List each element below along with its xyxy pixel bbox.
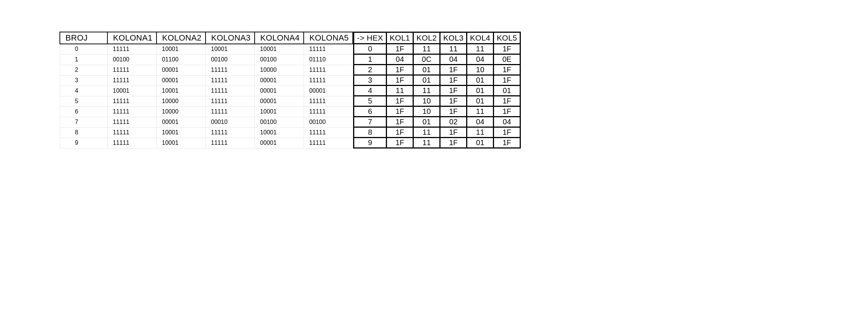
binary-header-kolona5: KOLONA5 bbox=[304, 32, 353, 44]
table-row: 2 11111 00001 11111 10000 11111 bbox=[60, 65, 353, 75]
table-row: 0 11111 10001 10001 10001 11111 bbox=[60, 44, 353, 54]
binary-header-row: BROJ KOLONA1 KOLONA2 KOLONA3 KOLONA4 KOL… bbox=[60, 32, 353, 44]
binary-table: BROJ KOLONA1 KOLONA2 KOLONA3 KOLONA4 KOL… bbox=[59, 32, 353, 149]
cell-hex: 8 bbox=[354, 127, 387, 138]
cell-kol2: 0C bbox=[413, 54, 440, 65]
table-row: 2 1F 01 1F 10 1F bbox=[354, 65, 520, 75]
cell-hex: 0 bbox=[354, 44, 387, 54]
cell-kol1: 1F bbox=[387, 44, 413, 54]
cell-broj: 6 bbox=[60, 106, 107, 117]
table-row: 9 11111 10001 11111 00001 11111 bbox=[60, 138, 353, 148]
cell-kol5: 1F bbox=[494, 138, 520, 148]
cell-kol3: 11111 bbox=[206, 75, 255, 86]
cell-kol5: 11111 bbox=[304, 44, 353, 54]
cell-kol2: 10 bbox=[413, 96, 440, 106]
cell-kol1: 11111 bbox=[107, 138, 157, 148]
cell-kol5: 01110 bbox=[304, 54, 353, 65]
cell-kol3: 00010 bbox=[206, 117, 255, 127]
cell-kol1: 11111 bbox=[107, 44, 157, 54]
cell-kol4: 01 bbox=[467, 86, 494, 96]
cell-broj: 5 bbox=[60, 96, 107, 106]
cell-kol1: 11111 bbox=[107, 127, 157, 138]
hex-header-kol1: KOL1 bbox=[387, 32, 413, 44]
cell-kol3: 11111 bbox=[206, 96, 255, 106]
cell-broj: 4 bbox=[60, 86, 107, 96]
cell-kol2: 11 bbox=[413, 86, 440, 96]
cell-kol3: 1F bbox=[440, 75, 467, 86]
binary-header-kolona3: KOLONA3 bbox=[206, 32, 255, 44]
cell-kol1: 11111 bbox=[107, 106, 157, 117]
cell-kol2: 10001 bbox=[157, 44, 206, 54]
cell-kol2: 01 bbox=[413, 65, 440, 75]
cell-kol4: 11 bbox=[467, 44, 494, 54]
cell-kol1: 11111 bbox=[107, 96, 157, 106]
cell-kol2: 00001 bbox=[157, 117, 206, 127]
cell-kol4: 04 bbox=[467, 54, 494, 65]
cell-kol3: 02 bbox=[440, 117, 467, 127]
cell-kol2: 10001 bbox=[157, 138, 206, 148]
table-row: 3 1F 01 1F 01 1F bbox=[354, 75, 520, 86]
cell-kol1: 11111 bbox=[107, 117, 157, 127]
cell-kol2: 11 bbox=[413, 138, 440, 148]
cell-kol4: 11 bbox=[467, 127, 494, 138]
cell-hex: 3 bbox=[354, 75, 387, 86]
cell-kol5: 11111 bbox=[304, 127, 353, 138]
table-row: 5 11111 10000 11111 00001 11111 bbox=[60, 96, 353, 106]
cell-broj: 0 bbox=[60, 44, 107, 54]
table-row: 1 04 0C 04 04 0E bbox=[354, 54, 520, 65]
cell-kol5: 00100 bbox=[304, 117, 353, 127]
table-row: 0 1F 11 11 11 1F bbox=[354, 44, 520, 54]
cell-kol1: 1F bbox=[387, 65, 413, 75]
cell-kol4: 00100 bbox=[255, 54, 304, 65]
cell-kol4: 00100 bbox=[255, 117, 304, 127]
table-row: 8 11111 10001 11111 10001 11111 bbox=[60, 127, 353, 138]
cell-hex: 4 bbox=[354, 86, 387, 96]
cell-hex: 7 bbox=[354, 117, 387, 127]
cell-kol3: 1F bbox=[440, 65, 467, 75]
cell-kol5: 04 bbox=[494, 117, 520, 127]
cell-kol2: 11 bbox=[413, 44, 440, 54]
cell-kol2: 11 bbox=[413, 127, 440, 138]
cell-kol1: 1F bbox=[387, 75, 413, 86]
cell-kol1: 00100 bbox=[107, 54, 157, 65]
cell-broj: 1 bbox=[60, 54, 107, 65]
cell-kol4: 01 bbox=[467, 96, 494, 106]
cell-kol3: 00100 bbox=[206, 54, 255, 65]
cell-kol4: 10000 bbox=[255, 65, 304, 75]
cell-kol5: 1F bbox=[494, 96, 520, 106]
binary-header-kolona4: KOLONA4 bbox=[255, 32, 304, 44]
table-row: 7 11111 00001 00010 00100 00100 bbox=[60, 117, 353, 127]
cell-kol3: 11111 bbox=[206, 106, 255, 117]
cell-kol3: 11111 bbox=[206, 65, 255, 75]
cell-broj: 9 bbox=[60, 138, 107, 148]
cell-kol2: 01 bbox=[413, 117, 440, 127]
cell-kol4: 10001 bbox=[255, 106, 304, 117]
table-row: 4 10001 10001 11111 00001 00001 bbox=[60, 86, 353, 96]
cell-kol2: 00001 bbox=[157, 65, 206, 75]
hex-header-kol2: KOL2 bbox=[413, 32, 440, 44]
cell-hex: 1 bbox=[354, 54, 387, 65]
cell-kol1: 1F bbox=[387, 127, 413, 138]
cell-broj: 3 bbox=[60, 75, 107, 86]
cell-kol4: 10001 bbox=[255, 44, 304, 54]
cell-kol1: 04 bbox=[387, 54, 413, 65]
cell-kol2: 00001 bbox=[157, 75, 206, 86]
cell-kol4: 11 bbox=[467, 106, 494, 117]
cell-broj: 2 bbox=[60, 65, 107, 75]
cell-kol3: 10001 bbox=[206, 44, 255, 54]
cell-kol3: 11 bbox=[440, 44, 467, 54]
binary-header-kolona1: KOLONA1 bbox=[107, 32, 157, 44]
table-row: 3 11111 00001 11111 00001 11111 bbox=[60, 75, 353, 86]
cell-kol1: 1F bbox=[387, 117, 413, 127]
table-row: 6 1F 10 1F 11 1F bbox=[354, 106, 520, 117]
cell-kol4: 00001 bbox=[255, 86, 304, 96]
cell-kol4: 00001 bbox=[255, 96, 304, 106]
table-row: 9 1F 11 1F 01 1F bbox=[354, 138, 520, 148]
cell-broj: 8 bbox=[60, 127, 107, 138]
cell-kol3: 1F bbox=[440, 138, 467, 148]
cell-kol5: 11111 bbox=[304, 65, 353, 75]
cell-kol5: 1F bbox=[494, 65, 520, 75]
cell-kol3: 11111 bbox=[206, 127, 255, 138]
cell-kol1: 11111 bbox=[107, 65, 157, 75]
cell-kol5: 00001 bbox=[304, 86, 353, 96]
